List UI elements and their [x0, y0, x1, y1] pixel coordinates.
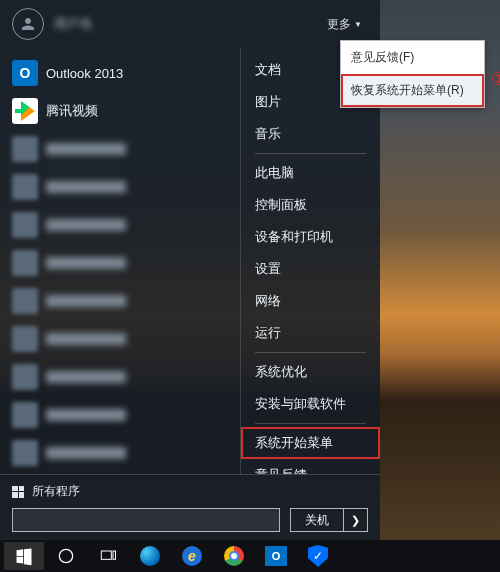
divider	[255, 352, 366, 353]
start-menu-header: 用户名 更多 ▼ 意见反馈(F) 恢复系统开始菜单(R) ①	[0, 0, 380, 48]
category-item[interactable]: 意见反馈	[241, 459, 380, 474]
category-item[interactable]: 安装与卸载软件	[241, 388, 380, 420]
taskbar-ie-button[interactable]: e	[172, 542, 212, 570]
category-item[interactable]: 此电脑	[241, 157, 380, 189]
all-programs-button[interactable]: 所有程序	[12, 483, 368, 500]
app-item-blurred[interactable]	[12, 434, 240, 472]
category-item[interactable]: 运行	[241, 317, 380, 349]
category-item[interactable]: 系统优化	[241, 356, 380, 388]
user-icon	[19, 15, 37, 33]
footer-row: 关机 ❯	[12, 508, 368, 532]
taskbar-chrome-button[interactable]	[214, 542, 254, 570]
dropdown-item-feedback[interactable]: 意见反馈(F)	[341, 41, 484, 74]
svg-rect-1	[101, 551, 111, 559]
app-item-blurred[interactable]	[12, 358, 240, 396]
taskbar-start-button[interactable]	[4, 542, 44, 570]
username-label: 用户名	[54, 15, 93, 33]
ie-icon: e	[182, 546, 202, 566]
annotation-1: ①	[491, 68, 500, 90]
taskbar-cortana-button[interactable]	[46, 542, 86, 570]
category-list: 文档图片音乐此电脑控制面板设备和打印机设置网络运行系统优化安装与卸载软件系统开始…	[240, 48, 380, 474]
dropdown-item-restore-start-menu[interactable]: 恢复系统开始菜单(R)	[341, 74, 484, 107]
shutdown-options-button[interactable]: ❯	[343, 509, 367, 531]
taskbar-security-button[interactable]: ✓	[298, 542, 338, 570]
category-item[interactable]: 网络	[241, 285, 380, 317]
outlook-icon: O	[265, 546, 287, 566]
shield-icon: ✓	[308, 545, 328, 567]
app-item-blurred[interactable]	[12, 130, 240, 168]
more-label: 更多	[327, 16, 351, 33]
more-dropdown: 意见反馈(F) 恢复系统开始菜单(R)	[340, 40, 485, 108]
tencent-video-icon	[12, 98, 38, 124]
shutdown-split-button: 关机 ❯	[290, 508, 368, 532]
app-label: Outlook 2013	[46, 66, 123, 81]
edge-icon	[140, 546, 160, 566]
app-label: 腾讯视频	[46, 102, 98, 120]
app-item-blurred[interactable]	[12, 168, 240, 206]
category-item[interactable]: 控制面板	[241, 189, 380, 221]
app-item-blurred[interactable]	[12, 282, 240, 320]
chevron-down-icon: ▼	[354, 20, 362, 29]
category-item[interactable]: 设备和打印机	[241, 221, 380, 253]
divider	[255, 153, 366, 154]
taskbar-task-view-button[interactable]	[88, 542, 128, 570]
category-item[interactable]: 音乐	[241, 118, 380, 150]
taskbar: e O ✓	[0, 540, 500, 572]
taskbar-outlook-button[interactable]: O	[256, 542, 296, 570]
grid-icon	[12, 486, 24, 498]
svg-rect-2	[113, 551, 116, 559]
circle-icon	[56, 546, 76, 566]
category-item[interactable]: 系统开始菜单②	[241, 427, 380, 459]
all-programs-label: 所有程序	[32, 483, 80, 500]
taskview-icon	[98, 546, 118, 566]
app-item-outlook[interactable]: O Outlook 2013	[12, 54, 240, 92]
taskbar-edge-button[interactable]	[130, 542, 170, 570]
user-avatar[interactable]	[12, 8, 44, 40]
search-input[interactable]	[12, 508, 280, 532]
app-item-blurred[interactable]	[12, 320, 240, 358]
app-item-tencent-video[interactable]: 腾讯视频	[12, 92, 240, 130]
app-list: O Outlook 2013 腾讯视频	[0, 48, 240, 474]
outlook-icon: O	[12, 60, 38, 86]
shutdown-button[interactable]: 关机	[291, 509, 343, 531]
more-button[interactable]: 更多 ▼	[321, 12, 368, 37]
app-item-blurred[interactable]	[12, 206, 240, 244]
start-menu: 用户名 更多 ▼ 意见反馈(F) 恢复系统开始菜单(R) ① O Outlook…	[0, 0, 380, 540]
windows-icon	[14, 546, 34, 566]
category-item[interactable]: 设置	[241, 253, 380, 285]
app-item-blurred[interactable]	[12, 396, 240, 434]
svg-point-0	[59, 549, 72, 562]
chrome-icon	[224, 546, 244, 566]
start-menu-body: O Outlook 2013 腾讯视频 文档图片音乐此电脑控制面板设备和打印机设…	[0, 48, 380, 474]
start-menu-footer: 所有程序 关机 ❯	[0, 474, 380, 540]
divider	[255, 423, 366, 424]
app-item-blurred[interactable]	[12, 244, 240, 282]
